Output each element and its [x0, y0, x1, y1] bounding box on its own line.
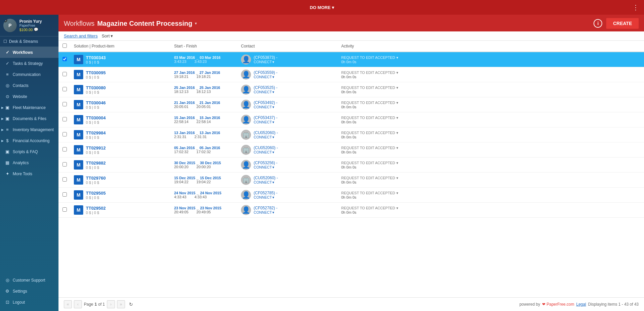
row-checkbox[interactable]: [62, 192, 67, 197]
m-badge: M: [74, 160, 83, 170]
next-page-button[interactable]: ›: [107, 300, 115, 308]
contact-cell: 👤 (CF053525) - CONNECT ▾: [238, 82, 338, 97]
table-row[interactable]: M TT029505 0 $ | 0 $ 24 Nov 2015 _ 24 No…: [58, 188, 644, 203]
ticket-price: 0 $ | 0 $: [86, 120, 106, 124]
sidebar-item-scripts[interactable]: ▣ Scripts & FAQ: [0, 146, 58, 157]
contact-cell: 👤 (CF053256) - CONNECT ▾: [238, 158, 338, 173]
connect-button[interactable]: CONNECT ▾: [254, 150, 278, 154]
table-row[interactable]: M TT030004 0 $ | 0 $ 15 Jan 2016 _ 15 Ja…: [58, 112, 644, 127]
connect-arrow-icon: ▾: [272, 60, 274, 64]
user-profile[interactable]: P ✕ Pronin Yury PaperFree $100.00 💬: [0, 15, 58, 36]
row-checkbox[interactable]: [62, 72, 67, 76]
row-checkbox[interactable]: [62, 87, 67, 91]
row-checkbox[interactable]: [62, 177, 67, 182]
connect-button[interactable]: CONNECT ▾: [254, 165, 277, 170]
check-icon: ✓: [5, 50, 10, 55]
solution-info: TT030004 0 $ | 0 $: [86, 115, 106, 124]
ticket-id[interactable]: TT030343: [86, 55, 106, 60]
more-options-button[interactable]: ⋮: [632, 3, 639, 11]
ticket-id[interactable]: TT030046: [86, 100, 106, 105]
connect-button[interactable]: CONNECT ▾: [254, 135, 278, 139]
page-indicator: Page 1 of 1: [84, 302, 105, 307]
connect-button[interactable]: CONNECT ▾: [254, 210, 277, 215]
table-row[interactable]: M TT030046 0 $ | 0 $ 21 Jan 2016 _ 21 Ja…: [58, 97, 644, 112]
sort-button[interactable]: Sort ▾: [102, 33, 113, 38]
sidebar-item-logout[interactable]: ⊡ Logout: [0, 297, 58, 308]
m-badge: M: [74, 55, 83, 64]
date-arrow-icon: _: [196, 86, 198, 90]
connect-button[interactable]: CONNECT ▾: [254, 90, 277, 94]
last-page-button[interactable]: »: [117, 300, 125, 308]
connect-button[interactable]: CONNECT ▾: [254, 195, 277, 200]
sidebar-item-tasks[interactable]: ✓ Tasks & Strategy: [0, 58, 58, 69]
connect-button[interactable]: CONNECT ▾: [254, 105, 277, 109]
time-start: 20:00:20: [174, 165, 188, 169]
activity-status: REQUEST TO EDIT ACCEPTED ▾: [341, 86, 641, 90]
ticket-id[interactable]: TT029760: [86, 176, 106, 181]
do-more-button[interactable]: DO MORE ▾: [310, 5, 334, 10]
sidebar-item-communication[interactable]: ≡ Communication: [0, 69, 58, 80]
sidebar-item-support[interactable]: ◎ Customer Support: [0, 275, 58, 286]
solution-info: TT030095 0 $ | 0 $: [86, 70, 106, 79]
ticket-id[interactable]: TT030080: [86, 85, 106, 90]
dates-cell: 25 Jan 2016 _ 25 Jan 2016 18:12:13 18:12…: [171, 82, 238, 97]
sidebar-item-website[interactable]: ⊙ Website: [0, 91, 58, 102]
connect-button[interactable]: CONNECT ▾: [254, 120, 277, 124]
table-row[interactable]: M TT030343 0 $ | 0 $ 03 Mar 2016 _ 03 Ma…: [58, 52, 644, 67]
row-checkbox[interactable]: [62, 57, 67, 61]
create-button[interactable]: CREATE: [606, 18, 639, 29]
sidebar-item-moretools[interactable]: ✦ More Tools: [0, 168, 58, 179]
first-page-button[interactable]: «: [64, 300, 72, 308]
workflow-dropdown-icon[interactable]: ▾: [195, 21, 197, 26]
sidebar-item-documents[interactable]: ▶ ▣ Documents & Files: [0, 113, 58, 124]
row-checkbox[interactable]: [62, 117, 67, 121]
sidebar-item-contacts[interactable]: ◎ Contacts: [0, 80, 58, 91]
row-checkbox[interactable]: [62, 162, 67, 167]
row-checkbox[interactable]: [62, 102, 67, 106]
activity-status: REQUEST TO EDIT ACCEPTED ▾: [341, 71, 641, 75]
activity-arrow-icon: ▾: [396, 206, 398, 210]
ticket-id[interactable]: TT029505: [86, 191, 106, 196]
sidebar-item-settings[interactable]: ⚙ Settings: [0, 286, 58, 297]
sidebar-item-workflows[interactable]: ✓ Workflows: [0, 47, 58, 58]
table-row[interactable]: M TT030080 0 $ | 0 $ 25 Jan 2016 _ 25 Ja…: [58, 82, 644, 97]
activity-cell: REQUEST TO EDIT ACCEPTED ▾ 0h 0m 0s: [338, 127, 644, 142]
table-row[interactable]: M TT029912 0 $ | 0 $ 05 Jan 2016 _ 05 Ja…: [58, 142, 644, 158]
row-checkbox-cell: [58, 173, 71, 188]
table-row[interactable]: M TT029502 0 $ | 0 $ 23 Nov 2015 _ 23 No…: [58, 203, 644, 218]
row-checkbox[interactable]: [62, 207, 67, 212]
sidebar-item-fleet[interactable]: ▶ ▣ Fleet Maintenance: [0, 102, 58, 113]
connect-button[interactable]: CONNECT ▾: [254, 75, 277, 79]
ticket-id[interactable]: TT030004: [86, 115, 106, 120]
connect-button[interactable]: CONNECT ▾: [254, 180, 278, 185]
connect-arrow-icon: ▾: [272, 150, 274, 154]
connect-button[interactable]: CONNECT ▾: [254, 60, 277, 64]
ticket-id[interactable]: TT029912: [86, 145, 106, 150]
date-start: 13 Jan 2016: [174, 131, 195, 135]
select-all-checkbox[interactable]: [62, 43, 67, 48]
ticket-id[interactable]: TT029984: [86, 130, 106, 135]
row-checkbox[interactable]: [62, 132, 67, 136]
sidebar-item-financial[interactable]: ▶ $ Financial Accounting: [0, 135, 58, 146]
ticket-id[interactable]: TT029502: [86, 206, 106, 211]
sidebar-item-analytics[interactable]: ▦ Analytics: [0, 157, 58, 168]
prev-page-button[interactable]: ‹: [74, 300, 82, 308]
table-row[interactable]: M TT029760 0 $ | 0 $ 15 Dec 2015 _ 15 De…: [58, 173, 644, 188]
sidebar-item-inventory[interactable]: ▶ ≡ Inventory Management: [0, 124, 58, 135]
ticket-id[interactable]: TT030095: [86, 70, 106, 75]
top-bar: DO MORE ▾ ⋮: [0, 0, 644, 15]
sidebar-item-desk-streams[interactable]: ☐ Desk & Streams: [0, 36, 58, 47]
search-and-filters-link[interactable]: Search and filters: [64, 33, 98, 38]
activity-time: 0h 0m 0s: [341, 105, 641, 109]
ticket-id[interactable]: TT029882: [86, 161, 106, 166]
m-badge: M: [74, 145, 83, 154]
select-all-header[interactable]: [58, 41, 71, 52]
legal-link[interactable]: Legal: [576, 302, 586, 307]
table-row[interactable]: M TT029882 0 $ | 0 $ 30 Dec 2015 _ 30 De…: [58, 158, 644, 173]
table-row[interactable]: M TT030095 0 $ | 0 $ 27 Jan 2016 _ 27 Ja…: [58, 67, 644, 82]
solution-info: TT030080 0 $ | 0 $: [86, 85, 106, 94]
row-checkbox[interactable]: [62, 147, 67, 151]
info-button[interactable]: i: [594, 19, 602, 28]
table-row[interactable]: M TT029984 0 $ | 0 $ 13 Jan 2016 _ 13 Ja…: [58, 127, 644, 142]
refresh-button[interactable]: ↻: [127, 300, 135, 308]
